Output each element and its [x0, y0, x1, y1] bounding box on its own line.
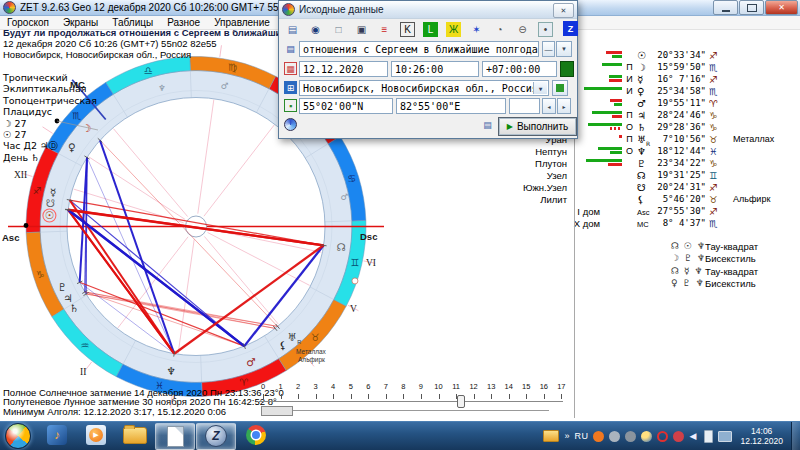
- location-row: ⊞ Новосибирск, Новосибирская обл., Росси…: [279, 80, 579, 97]
- media-player-button[interactable]: ▶: [77, 423, 115, 448]
- clock-time: 14:06: [740, 426, 783, 436]
- taskbar: ♪▶Z » RU ◀ 14:06 12.12.2020: [0, 421, 800, 450]
- menu-item-1[interactable]: Экраны: [56, 16, 105, 29]
- volume-icon[interactable]: ◀: [689, 431, 699, 442]
- minimize-button[interactable]: [713, 0, 738, 15]
- strength-bar: [598, 147, 622, 150]
- network-icon[interactable]: [718, 431, 732, 442]
- k-icon[interactable]: K: [400, 22, 415, 37]
- config-row-0: ☊ ☉ ♆Тау-квадрат: [0, 241, 800, 252]
- dialog-title: Исходные данные: [299, 4, 384, 15]
- ruler-tick: [491, 394, 492, 399]
- longitude-input[interactable]: [396, 98, 506, 114]
- ruler-tick: [561, 394, 562, 399]
- tray-icon-grey[interactable]: [609, 431, 620, 442]
- timezone-input[interactable]: [482, 61, 557, 77]
- strength-bars: [582, 50, 622, 61]
- table-row-Южн.Узел: Южн.Узел☋20°24'31"♐: [0, 182, 800, 193]
- close-button[interactable]: ✕: [765, 0, 798, 15]
- strength-bars: [582, 86, 622, 97]
- strength-bar: [610, 151, 622, 154]
- l-icon[interactable]: L: [423, 22, 438, 37]
- ruler-number-9: 9: [413, 382, 429, 391]
- ruler-handle[interactable]: [457, 395, 465, 408]
- zodiac-sign-glyph: ♏: [709, 62, 721, 73]
- tray-icon-dark[interactable]: [625, 431, 636, 442]
- language-indicator[interactable]: RU: [574, 431, 588, 441]
- strength-bar: [619, 135, 622, 138]
- config-glyphs: ☊ ☿ ♆: [671, 266, 703, 276]
- camera-icon[interactable]: ◉: [308, 22, 323, 37]
- ruler-track2[interactable]: [261, 410, 549, 411]
- tray-folder-icon[interactable]: [543, 430, 559, 442]
- clock-icon[interactable]: ◔: [492, 22, 507, 37]
- copy-icon[interactable]: ▤: [285, 22, 300, 37]
- ruler-track[interactable]: [259, 401, 563, 402]
- settings-line-6: Час Д2 ♃Ⓓ: [3, 140, 333, 151]
- avast-icon[interactable]: [593, 431, 604, 442]
- show-desktop-button[interactable]: [791, 422, 800, 450]
- timezone-color-button[interactable]: [560, 61, 574, 77]
- latitude-input[interactable]: [299, 98, 393, 114]
- start-button[interactable]: [5, 423, 31, 449]
- maximize-button[interactable]: [739, 0, 764, 15]
- planet-coordinate: 18°12'44": [648, 146, 706, 156]
- dignity-letter: И: [624, 86, 635, 96]
- zodiac-sign-glyph: ♈: [709, 98, 721, 109]
- config-row-2: ☊ ☿ ♆Тау-квадрат: [0, 266, 800, 277]
- z-icon[interactable]: Z: [563, 21, 578, 36]
- zodiac-sign-glyph: ♏: [709, 218, 721, 229]
- opera-icon[interactable]: [657, 431, 668, 442]
- strength-bars: [582, 134, 622, 145]
- bird-icon[interactable]: ✶: [469, 22, 484, 37]
- strength-bar: [612, 115, 622, 118]
- menu-item-3[interactable]: Разное: [160, 16, 207, 29]
- dialog-close-button[interactable]: ✕: [553, 3, 574, 18]
- tray-expand-icon[interactable]: »: [564, 431, 569, 441]
- taskbar-clock[interactable]: 14:06 12.12.2020: [740, 426, 783, 446]
- dot-icon[interactable]: •: [538, 22, 553, 37]
- file-explorer-button[interactable]: [116, 423, 154, 448]
- time-input[interactable]: [391, 61, 479, 77]
- dialog-toolbar: ▤◉□▣≡KLЖ✶◔⊖•○Z: [285, 21, 576, 37]
- altitude-input[interactable]: [509, 98, 540, 114]
- zh-icon[interactable]: Ж: [446, 22, 461, 37]
- execute-button[interactable]: ▶ Выполнить: [498, 117, 577, 136]
- copy-data-icon[interactable]: ▤: [481, 118, 494, 131]
- initial-data-dialog: Исходные данные ✕ ▤◉□▣≡KLЖ✶◔⊖•○Z ▤ — ▼ ▦…: [278, 0, 578, 139]
- tray-icon-sphere[interactable]: [641, 431, 652, 442]
- zodiac-sign-glyph: ♐: [709, 74, 721, 85]
- strike-icon[interactable]: ⊖: [515, 22, 530, 37]
- chrome-browser-button[interactable]: [237, 423, 275, 448]
- ruler-tick: [474, 394, 475, 399]
- audio-player-icon: ♪: [47, 425, 67, 445]
- map-button[interactable]: [552, 80, 568, 96]
- battery-icon[interactable]: [704, 430, 713, 443]
- menu-item-4[interactable]: Управление: [207, 16, 277, 29]
- date-input[interactable]: [299, 61, 388, 77]
- tray-icons: [593, 431, 684, 442]
- prev-button[interactable]: ◂: [542, 98, 556, 114]
- ruler-number-4: 4: [325, 382, 341, 391]
- zet-astrology-button[interactable]: Z: [196, 423, 236, 450]
- dash-button[interactable]: —: [542, 41, 555, 57]
- tray-icon-red[interactable]: [673, 431, 684, 442]
- document-app-button[interactable]: [155, 423, 195, 450]
- ruler-handle2[interactable]: [261, 406, 293, 416]
- location-dropdown-arrow[interactable]: ▼: [533, 82, 547, 94]
- globe-icon: ⊞: [284, 81, 297, 94]
- save-icon[interactable]: ▣: [354, 22, 369, 37]
- question-input[interactable]: [299, 41, 539, 57]
- question-dropdown-button[interactable]: ▼: [556, 41, 572, 57]
- next-button[interactable]: ▸: [557, 98, 571, 114]
- new-file-icon[interactable]: □: [331, 22, 346, 37]
- ruler-tick: [351, 394, 352, 399]
- location-combo[interactable]: Новосибирск, Новосибирская обл., Россия …: [299, 80, 549, 96]
- menu-item-2[interactable]: Таблицы: [105, 16, 160, 29]
- sphere-icon[interactable]: [284, 118, 297, 131]
- config-label: Бисекстиль: [705, 278, 756, 289]
- options-icon[interactable]: ≡: [377, 22, 392, 37]
- menu-item-0[interactable]: Гороскоп: [0, 16, 56, 29]
- audio-player-button[interactable]: ♪: [38, 423, 76, 448]
- coords-icon: ▪: [284, 99, 297, 112]
